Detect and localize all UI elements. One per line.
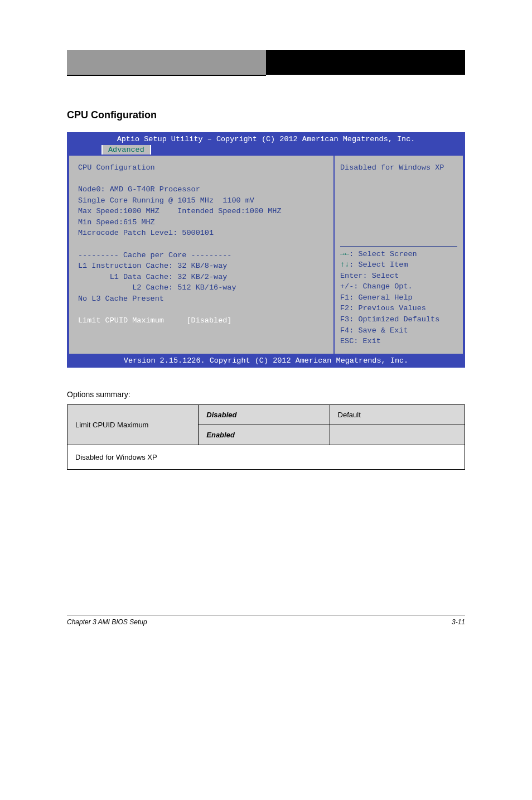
table-row: Disabled for Windows XP bbox=[67, 445, 465, 469]
options-summary-label: Options summary: bbox=[67, 390, 465, 399]
key-f4: F4: Save & Exit bbox=[340, 325, 457, 336]
opt-name-cell: Limit CPUID Maximum bbox=[67, 404, 199, 445]
key-change-opt: +/-: Change Opt. bbox=[340, 281, 457, 292]
cpu-config-title: CPU Configuration bbox=[78, 162, 325, 174]
bios-body: CPU Configuration Node0: AMD G-T40R Proc… bbox=[68, 155, 464, 355]
opt-value-cell: Enabled bbox=[199, 425, 330, 445]
key-f2: F2: Previous Values bbox=[340, 303, 457, 314]
table-row: Limit CPUID Maximum Disabled Default bbox=[67, 404, 465, 425]
opt-value-cell: Disabled bbox=[199, 404, 330, 425]
key-f1: F1: General Help bbox=[340, 292, 457, 303]
bios-screenshot: Aptio Setup Utility – Copyright (C) 2012… bbox=[67, 132, 465, 368]
key-esc: ESC: Exit bbox=[340, 336, 457, 347]
bios-main-pane: CPU Configuration Node0: AMD G-T40R Proc… bbox=[69, 156, 333, 354]
opt-blank-cell bbox=[330, 425, 465, 445]
footer-chapter: Chapter 3 AMI BIOS Setup bbox=[67, 618, 147, 626]
header-left-block bbox=[67, 50, 266, 76]
side-help-text: Disabled for Windows XP bbox=[340, 162, 457, 174]
key-enter: Enter: Select bbox=[340, 271, 457, 282]
key-f3: F3: Optimized Defaults bbox=[340, 314, 457, 325]
section-title: CPU Configuration bbox=[67, 109, 465, 121]
bios-header: Aptio Setup Utility – Copyright (C) 2012… bbox=[68, 133, 464, 145]
option-label: Limit CPUID Maximum bbox=[78, 316, 164, 325]
page-footer: Chapter 3 AMI BIOS Setup 3-11 bbox=[67, 615, 465, 626]
doc-header-bar bbox=[67, 50, 465, 76]
arrows-lr-icon: →← bbox=[340, 250, 349, 258]
arrows-ud-icon: ↑↓ bbox=[340, 261, 349, 269]
opt-default-cell: Default bbox=[330, 404, 465, 425]
bios-tab-row: Advanced bbox=[68, 145, 464, 155]
key-select-item: ↑↓: Select Item bbox=[340, 259, 457, 271]
options-table: Limit CPUID Maximum Disabled Default Ena… bbox=[67, 404, 465, 470]
header-right-block bbox=[266, 50, 465, 76]
option-value: [Disabled] bbox=[186, 316, 231, 325]
opt-description-cell: Disabled for Windows XP bbox=[67, 445, 465, 469]
side-divider bbox=[340, 246, 457, 247]
limit-cpuid-option[interactable]: Limit CPUID Maximum [Disabled] bbox=[78, 315, 325, 326]
tab-advanced[interactable]: Advanced bbox=[101, 145, 151, 155]
bios-side-pane: Disabled for Windows XP →←: Select Scree… bbox=[335, 156, 463, 354]
footer-page-number: 3-11 bbox=[452, 618, 465, 626]
cpu-info-block: Node0: AMD G-T40R Processor Single Core … bbox=[78, 184, 325, 304]
key-select-screen: →←: Select Screen bbox=[340, 249, 457, 260]
bios-footer: Version 2.15.1226. Copyright (C) 2012 Am… bbox=[68, 355, 464, 367]
